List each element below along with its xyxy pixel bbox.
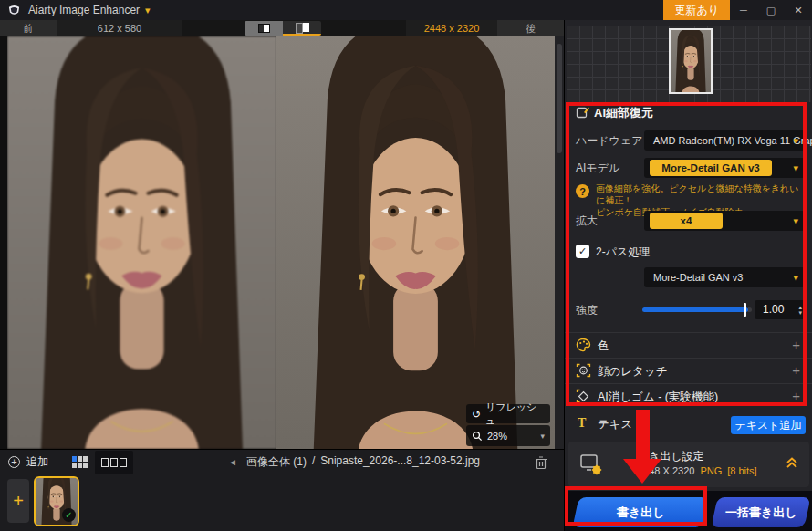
- split-view-icon: [258, 24, 270, 33]
- two-pass-model-row: More-Detail GAN v3 ▾: [565, 266, 812, 288]
- side-by-side-view-icon: [296, 23, 309, 32]
- strength-label: 強度: [576, 303, 598, 318]
- ai-model-value: More-Detail GAN v3: [650, 160, 772, 176]
- app-menu-chevron-icon[interactable]: ▾: [145, 5, 151, 16]
- face-retouch-row[interactable]: 顔のレタッチ +: [565, 358, 812, 383]
- zoom-chevron-icon[interactable]: ▾: [540, 432, 545, 441]
- grid-view-button[interactable]: [72, 456, 88, 468]
- breadcrumb-filename: Snipaste_2026-...8_12-03-52.jpg: [320, 454, 480, 470]
- close-button[interactable]: ✕: [785, 0, 812, 20]
- settings-panel: AI細部復元 ハードウェア AMD Radeon(TM) RX Vega 11 …: [564, 20, 812, 531]
- strength-slider[interactable]: [642, 307, 748, 312]
- ai-eraser-row[interactable]: AI消しゴム - (実験機能) +: [565, 383, 812, 409]
- color-section-row[interactable]: 色 +: [565, 332, 812, 358]
- refresh-icon: ↺: [472, 408, 481, 421]
- hardware-label: ハードウェア: [576, 133, 642, 149]
- add-image-tile[interactable]: +: [7, 479, 29, 523]
- face-retouch-label: 顔のレタッチ: [598, 364, 667, 380]
- stepper-down-icon[interactable]: ▾: [798, 310, 802, 316]
- add-label: 追加: [26, 454, 48, 470]
- export-bit-depth: [8 bits]: [727, 465, 756, 476]
- export-settings-title: 書き出し設定: [638, 449, 704, 464]
- strength-value-box[interactable]: 1.00 ▴ ▾: [755, 300, 807, 319]
- hardware-dropdown[interactable]: AMD Radeon(TM) RX Vega 11 Graph ▾: [644, 130, 805, 151]
- update-available-button[interactable]: 更新あり: [663, 0, 730, 20]
- expand-face-icon[interactable]: +: [792, 362, 800, 378]
- after-size: 2448 x 2320: [406, 20, 497, 36]
- compare-bar: 前 612 x 580 2448 x 2320 後: [0, 20, 564, 36]
- section-header: AI細部復元: [565, 102, 812, 122]
- scale-row: 拡大 x4 ▾: [565, 210, 812, 232]
- ai-eraser-label: AI消しゴム - (実験機能): [598, 390, 718, 405]
- text-tool-icon: T: [578, 416, 586, 431]
- view-mode-toggles: [245, 21, 321, 36]
- navigator-preview[interactable]: [567, 26, 811, 102]
- zoom-control[interactable]: 28% ▾: [466, 425, 550, 446]
- side-by-side-view-button[interactable]: [283, 21, 321, 36]
- magnifier-icon: [472, 431, 483, 442]
- breadcrumb-collection[interactable]: 画像全体 (1): [246, 454, 307, 470]
- ai-model-dropdown[interactable]: More-Detail GAN v3 ▾: [644, 158, 805, 178]
- batch-export-button[interactable]: 一括書き出し: [711, 497, 810, 527]
- ai-eraser-icon: [576, 389, 591, 403]
- strength-value: 1.00: [763, 303, 784, 316]
- collapse-chevron-icon[interactable]: [786, 456, 798, 469]
- after-label: 後: [497, 20, 564, 36]
- two-pass-checkbox[interactable]: ✓: [576, 245, 589, 258]
- hardware-row: ハードウェア AMD Radeon(TM) RX Vega 11 Graph ▾: [565, 130, 812, 151]
- refresh-button[interactable]: ↺ リフレッシュ: [466, 404, 550, 423]
- text-tool-row: T テキスト テキスト追加: [565, 411, 812, 436]
- before-size: 612 x 580: [57, 20, 182, 36]
- minimize-button[interactable]: ─: [730, 0, 757, 20]
- refresh-label: リフレッシュ: [485, 401, 545, 428]
- split-view-button[interactable]: [245, 21, 283, 36]
- two-pass-model-dropdown[interactable]: More-Detail GAN v3 ▾: [644, 267, 805, 287]
- model-description-row: ? 画像細部を強化。ピクセルと微細な特徴をきれいに補正！ ピンボケ自動補正＋ノイ…: [565, 181, 812, 208]
- before-label: 前: [0, 20, 57, 36]
- export-dimensions: 2448 X 2320: [638, 465, 694, 476]
- hardware-value: AMD Radeon(TM) RX Vega 11 Graph: [653, 135, 812, 146]
- filmstrip-panel: + 追加 ◄ 画像全体 (1) / Snipaste_2026-...8_12-…: [0, 449, 564, 531]
- section-title: AI細部復元: [594, 105, 653, 121]
- slider-handle[interactable]: [744, 303, 746, 317]
- add-image-button[interactable]: + 追加: [8, 454, 48, 470]
- image-canvas[interactable]: ↺ リフレッシュ 28% ▾: [0, 36, 564, 449]
- export-button-bar: 書き出し 一括書き出し: [565, 491, 812, 531]
- breadcrumb: 画像全体 (1) / Snipaste_2026-...8_12-03-52.j…: [246, 454, 480, 470]
- list-view-button[interactable]: [95, 451, 133, 474]
- back-arrow-icon[interactable]: ◄: [228, 457, 237, 467]
- scale-dropdown[interactable]: x4 ▾: [644, 211, 805, 231]
- app-window: Aiarty Image Enhancer ▾ 更新あり ─ ▢ ✕ 前 612…: [0, 0, 812, 531]
- expand-eraser-icon[interactable]: +: [792, 388, 800, 403]
- export-settings-box[interactable]: 書き出し設定 2448 X 2320 PNG [8 bits]: [568, 442, 809, 487]
- strength-row: 強度 1.00 ▴ ▾: [565, 299, 812, 321]
- maximize-button[interactable]: ▢: [757, 0, 785, 20]
- navigator-thumbnail[interactable]: [669, 28, 713, 94]
- two-pass-model-value: More-Detail GAN v3: [653, 272, 743, 283]
- export-settings-icon: [579, 453, 603, 475]
- ai-enhance-icon: [576, 105, 590, 120]
- before-image[interactable]: [7, 36, 276, 449]
- delete-image-icon[interactable]: [535, 455, 547, 470]
- expand-color-icon[interactable]: +: [792, 337, 800, 352]
- ai-model-label: AIモデル: [576, 161, 619, 176]
- scrollbar-thumb[interactable]: [557, 44, 562, 153]
- scale-value: x4: [650, 213, 723, 229]
- app-logo-icon: [7, 4, 21, 17]
- add-circle-icon: +: [8, 456, 20, 468]
- help-icon[interactable]: ?: [576, 184, 589, 198]
- app-title: Aiarty Image Enhancer: [28, 4, 140, 16]
- filmstrip-toolbar: + 追加 ◄ 画像全体 (1) / Snipaste_2026-...8_12-…: [0, 450, 564, 474]
- two-pass-label: 2-パス処理: [596, 245, 650, 260]
- canvas-scrollbar[interactable]: [555, 36, 564, 449]
- export-format-info: 2448 X 2320 PNG [8 bits]: [638, 465, 757, 476]
- titlebar: Aiarty Image Enhancer ▾ 更新あり ─ ▢ ✕: [0, 0, 812, 20]
- zoom-level: 28%: [487, 431, 507, 442]
- chevron-down-icon: ▾: [793, 162, 798, 174]
- export-button[interactable]: 書き出し: [572, 497, 708, 527]
- strength-stepper[interactable]: ▴ ▾: [798, 300, 802, 319]
- add-text-button[interactable]: テキスト追加: [731, 416, 806, 434]
- after-image[interactable]: [276, 36, 555, 449]
- face-retouch-icon: [576, 363, 591, 378]
- text-tool-label: テキスト: [598, 417, 644, 432]
